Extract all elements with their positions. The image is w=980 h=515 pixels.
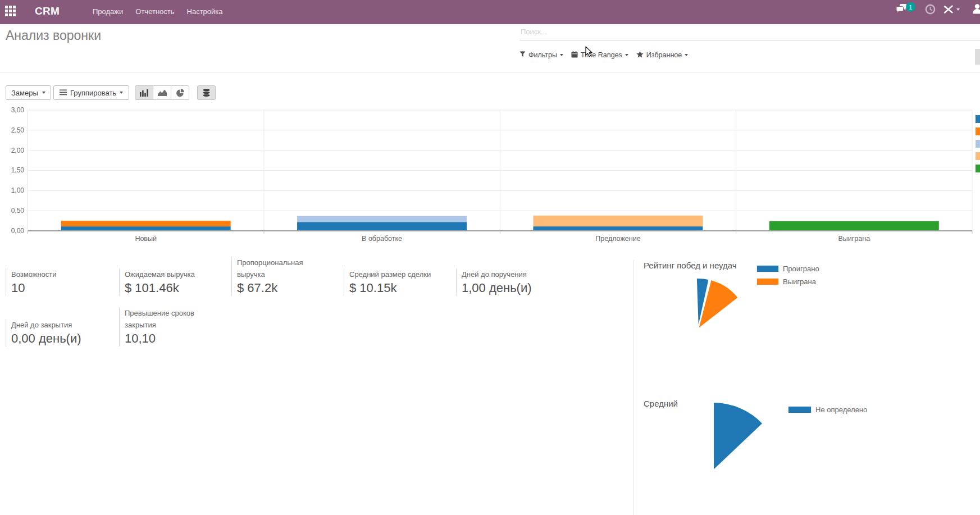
kpi-value: $ 67.2k <box>237 280 327 296</box>
kpi-value: 10 <box>11 280 101 296</box>
user-avatar-icon[interactable] <box>973 3 980 18</box>
filter-button[interactable]: Time Ranges <box>571 51 628 60</box>
page-title: Анализ воронки <box>6 28 101 43</box>
kpi-value: $ 10.15k <box>349 280 439 296</box>
pie1-legend: ПроиграноВыиграна <box>756 265 819 285</box>
kpi-label: Средний размер сделки <box>349 268 439 280</box>
legend-color-chip <box>756 265 779 272</box>
legend-item[interactable]: Выиграна <box>756 278 819 285</box>
kpi-label: Дней до поручения <box>462 268 551 280</box>
legend-color-chip <box>788 406 812 413</box>
legend-chip[interactable] <box>976 127 980 135</box>
legend-chip[interactable] <box>976 140 980 148</box>
kpi-tile: Превышение сроков закрытия10,10 <box>119 307 215 347</box>
kpi-tile: Ожидаемая выручка$ 101.46k <box>119 268 215 296</box>
bar-segment[interactable] <box>533 216 703 226</box>
bar-chart-button[interactable] <box>135 85 153 100</box>
topbar-menus: ПродажиОтчетностьНастройка <box>93 7 223 16</box>
filter-bar: ФильтрыTime RangesИзбранное <box>519 49 688 61</box>
tools-icon[interactable] <box>943 4 954 16</box>
bar-segment[interactable] <box>61 221 231 226</box>
calendar-icon <box>571 51 578 60</box>
svg-text:3,00: 3,00 <box>11 106 25 114</box>
filter-button[interactable]: Фильтры <box>519 51 563 59</box>
topbar-menu-item[interactable]: Продажи <box>93 7 123 16</box>
x-axis-label: Новый <box>135 235 157 243</box>
apps-grid-icon[interactable] <box>5 6 16 16</box>
x-axis-label: Выиграна <box>838 235 870 243</box>
pie2-legend: Не определено <box>788 406 867 413</box>
search-input[interactable]: Поиск... <box>521 28 547 36</box>
kpi-value: 1,00 день(и) <box>462 280 551 296</box>
topbar-menu-item[interactable]: Отчетность <box>135 7 174 16</box>
kpi-label: Ожидаемая выручка <box>125 268 215 280</box>
bar-segment[interactable] <box>61 226 231 231</box>
chevron-down-icon <box>42 92 45 94</box>
area-chart-button[interactable] <box>153 85 171 100</box>
kpi-tile: Дней до закрытия0,00 день(и) <box>6 319 101 347</box>
legend-item[interactable]: Не определено <box>788 406 867 413</box>
filter-button[interactable]: Избранное <box>636 51 688 60</box>
svg-text:2,50: 2,50 <box>11 126 25 134</box>
kpi-label: Превышение сроков закрытия <box>125 307 215 331</box>
search-input-underline <box>519 40 980 40</box>
chevron-down-icon <box>685 54 688 56</box>
funnel-bar-chart[interactable]: 0,000,501,001,502,002,503,00НовыйВ обраб… <box>0 104 980 246</box>
groupby-button[interactable]: Группировать <box>53 85 129 100</box>
pie-charts[interactable] <box>633 256 980 515</box>
topbar-menu-item[interactable]: Настройка <box>187 7 223 16</box>
filter-label: Избранное <box>646 51 682 59</box>
chevron-down-icon <box>625 54 628 56</box>
measures-button[interactable]: Замеры <box>6 85 51 100</box>
control-panel-border <box>0 72 980 72</box>
bar-segment[interactable] <box>533 226 703 231</box>
x-axis-label: Предложение <box>595 235 640 243</box>
bars-icon <box>60 89 67 97</box>
filter-label: Фильтры <box>528 51 557 59</box>
scrollbar-thumb[interactable] <box>975 49 980 65</box>
chevron-down-icon <box>560 54 563 56</box>
kpi-tile: Возможности10 <box>6 268 101 296</box>
kpi-value: $ 101.46k <box>125 280 215 296</box>
svg-text:0,50: 0,50 <box>11 207 25 215</box>
legend-label: Проиграно <box>783 265 819 273</box>
top-navbar: CRM ПродажиОтчетностьНастройка 1 <box>0 0 980 24</box>
chart-type-switcher <box>135 85 189 100</box>
svg-text:1,50: 1,50 <box>11 166 25 174</box>
measures-label: Замеры <box>11 89 38 97</box>
bar-segment[interactable] <box>297 222 467 231</box>
legend-label: Выиграна <box>783 277 816 286</box>
chevron-down-icon <box>120 92 123 94</box>
kpi-tile: Дней до поручения1,00 день(и) <box>456 268 551 296</box>
kpi-value: 0,00 день(и) <box>11 331 101 347</box>
groupby-label: Группировать <box>70 89 116 97</box>
pie-chart-button[interactable] <box>171 85 189 100</box>
svg-text:0,00: 0,00 <box>11 227 25 235</box>
bar-segment[interactable] <box>297 216 467 222</box>
kpi-value: 10,10 <box>125 331 215 347</box>
kpi-label: Дней до закрытия <box>11 319 101 331</box>
legend-chip[interactable] <box>976 165 980 172</box>
crm-funnel-analysis-screen: CRM ПродажиОтчетностьНастройка 1 Анализ … <box>0 0 980 515</box>
legend-item[interactable]: Проиграно <box>756 265 819 272</box>
star-icon <box>636 51 644 60</box>
message-count-badge[interactable]: 1 <box>906 2 915 12</box>
kpi-label: Возможности <box>11 268 101 280</box>
bar-segment[interactable] <box>769 221 939 231</box>
kpi-label: Пропорциональная выручка <box>237 257 327 280</box>
mouse-cursor <box>585 46 594 58</box>
app-title[interactable]: CRM <box>35 5 60 17</box>
svg-text:1,00: 1,00 <box>11 186 25 194</box>
kpi-tile: Пропорциональная выручка$ 67.2k <box>231 257 327 296</box>
legend-chip[interactable] <box>976 152 980 160</box>
legend-color-chip <box>756 278 779 285</box>
svg-text:2,00: 2,00 <box>11 147 25 154</box>
pie-slice[interactable] <box>713 402 763 471</box>
filter-funnel-icon <box>519 51 526 59</box>
legend-chip[interactable] <box>976 115 980 123</box>
activities-clock-icon[interactable] <box>925 4 936 17</box>
x-axis-label: В обработке <box>362 235 402 243</box>
tools-dropdown-caret-icon[interactable] <box>956 8 960 11</box>
kpi-tile: Средний размер сделки$ 10.15k <box>344 268 439 296</box>
stacked-toggle-button[interactable] <box>197 85 216 100</box>
